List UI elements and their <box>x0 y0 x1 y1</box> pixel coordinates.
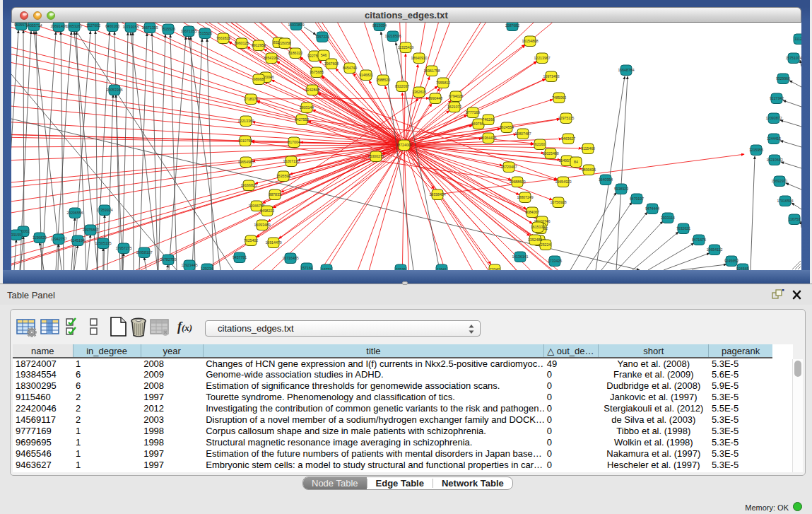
svg-text:8990448: 8990448 <box>428 96 442 100</box>
svg-text:226058: 226058 <box>278 41 290 45</box>
svg-text:19654985: 19654985 <box>237 160 254 164</box>
svg-text:20536: 20536 <box>396 267 406 271</box>
svg-text:18724007: 18724007 <box>396 143 412 147</box>
svg-text:9463627: 9463627 <box>561 136 575 141</box>
svg-text:10973493: 10973493 <box>543 74 559 78</box>
svg-text:1588520: 1588520 <box>376 78 390 82</box>
svg-text:6466160: 6466160 <box>105 24 119 28</box>
svg-text:16782759: 16782759 <box>160 257 176 262</box>
svg-text:98968: 98968 <box>254 77 264 81</box>
svg-text:14136141: 14136141 <box>512 255 528 259</box>
svg-text:2718176: 2718176 <box>244 97 258 101</box>
svg-text:20206556: 20206556 <box>66 211 83 215</box>
svg-text:9498222: 9498222 <box>260 209 274 213</box>
svg-text:20691406: 20691406 <box>50 24 66 28</box>
svg-text:16671355: 16671355 <box>141 25 158 30</box>
svg-text:10688609: 10688609 <box>509 180 525 184</box>
svg-text:10025488: 10025488 <box>542 151 558 156</box>
svg-text:3215955: 3215955 <box>749 148 763 152</box>
svg-text:8454749: 8454749 <box>343 66 357 70</box>
svg-text:1145194: 1145194 <box>71 238 85 243</box>
svg-text:9777169: 9777169 <box>466 110 480 115</box>
svg-text:924565: 924565 <box>736 267 748 271</box>
svg-text:10719155: 10719155 <box>122 25 139 29</box>
svg-text:1733426: 1733426 <box>548 259 562 263</box>
svg-text:746266: 746266 <box>482 117 494 122</box>
svg-text:15692971: 15692971 <box>771 179 787 183</box>
svg-text:157164: 157164 <box>300 266 312 270</box>
svg-text:11123: 11123 <box>794 37 801 41</box>
svg-text:3624554: 3624554 <box>500 125 514 129</box>
svg-text:9227342: 9227342 <box>770 96 784 100</box>
svg-text:17016504: 17016504 <box>777 199 793 203</box>
svg-text:14055714: 14055714 <box>25 23 42 28</box>
svg-text:2933114: 2933114 <box>661 216 675 220</box>
svg-text:19218506: 19218506 <box>384 34 401 38</box>
svg-text:16210643: 16210643 <box>766 158 782 162</box>
svg-text:8912954: 8912954 <box>252 43 266 47</box>
svg-text:18640910: 18640910 <box>411 56 427 60</box>
svg-text:3675685: 3675685 <box>310 70 324 74</box>
svg-text:10958107: 10958107 <box>136 250 152 255</box>
svg-text:9457791: 9457791 <box>233 255 247 259</box>
svg-text:19166825: 19166825 <box>240 183 257 187</box>
svg-text:9474444: 9474444 <box>645 206 659 211</box>
svg-text:1527602: 1527602 <box>86 23 100 28</box>
svg-text:12213967: 12213967 <box>534 56 550 60</box>
svg-text:10807487: 10807487 <box>514 132 531 136</box>
svg-text:10671355: 10671355 <box>180 29 196 33</box>
svg-text:8322037: 8322037 <box>395 84 409 88</box>
svg-text:7515526: 7515526 <box>198 31 212 35</box>
svg-text:8471676: 8471676 <box>692 238 706 242</box>
svg-text:6794028: 6794028 <box>449 94 463 98</box>
svg-text:16033809: 16033809 <box>288 23 304 27</box>
svg-text:62160: 62160 <box>535 142 546 146</box>
svg-text:817004: 817004 <box>288 140 300 144</box>
svg-text:12505135: 12505135 <box>95 241 111 245</box>
svg-text:10654112: 10654112 <box>707 247 723 252</box>
svg-text:5938923: 5938923 <box>614 187 628 191</box>
svg-text:8427552: 8427552 <box>295 117 309 122</box>
svg-text:10653267: 10653267 <box>66 24 82 28</box>
svg-text:16093489: 16093489 <box>254 223 270 227</box>
svg-text:2967608: 2967608 <box>324 62 339 66</box>
svg-text:7357224: 7357224 <box>315 35 329 39</box>
svg-text:12975115: 12975115 <box>558 116 575 120</box>
svg-text:9084067: 9084067 <box>525 210 539 214</box>
svg-text:11325419: 11325419 <box>398 45 414 49</box>
svg-text:12213369: 12213369 <box>237 119 254 123</box>
svg-text:2087682: 2087682 <box>505 23 519 28</box>
svg-text:7625402: 7625402 <box>244 238 258 243</box>
svg-text:13975867: 13975867 <box>82 228 98 232</box>
svg-text:16914479: 16914479 <box>265 240 281 245</box>
svg-text:16154808: 16154808 <box>522 39 538 43</box>
svg-text:887833: 887833 <box>269 192 281 197</box>
svg-text:116753: 116753 <box>789 217 801 221</box>
svg-text:1615132: 1615132 <box>531 225 545 229</box>
svg-text:1244415: 1244415 <box>767 136 781 141</box>
svg-text:9242848: 9242848 <box>305 88 319 92</box>
svg-text:1621072: 1621072 <box>447 105 461 109</box>
svg-text:546: 546 <box>321 53 327 57</box>
svg-text:12093872: 12093872 <box>765 116 782 120</box>
svg-text:10756928: 10756928 <box>550 200 566 204</box>
svg-text:1156829: 1156829 <box>33 235 47 240</box>
svg-text:1352481: 1352481 <box>528 238 542 242</box>
svg-text:7955812: 7955812 <box>436 81 450 85</box>
svg-text:16648784: 16648784 <box>618 68 634 72</box>
svg-text:9245652: 9245652 <box>724 259 739 263</box>
svg-text:9115460: 9115460 <box>581 146 595 151</box>
svg-text:25300275: 25300275 <box>367 154 384 158</box>
svg-text:12923445: 12923445 <box>181 263 197 267</box>
svg-text:11841: 11841 <box>437 267 447 271</box>
svg-text:8813054: 8813054 <box>372 23 387 28</box>
svg-text:25224: 25224 <box>541 243 551 247</box>
svg-text:15716485: 15716485 <box>282 256 298 260</box>
svg-text:17957275: 17957275 <box>115 246 131 250</box>
svg-text:8960125: 8960125 <box>235 41 249 45</box>
svg-text:15720407: 15720407 <box>500 165 517 169</box>
svg-text:12942757: 12942757 <box>50 237 66 241</box>
svg-text:1535594: 1535594 <box>276 174 290 178</box>
svg-text:19338454: 19338454 <box>429 192 445 197</box>
svg-text:15751074: 15751074 <box>785 56 801 60</box>
